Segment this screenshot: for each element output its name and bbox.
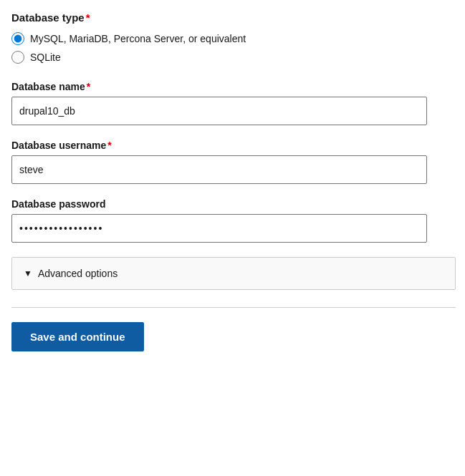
save-continue-button[interactable]: Save and continue: [11, 322, 144, 351]
radio-sqlite-label: SQLite: [30, 52, 61, 63]
advanced-options-label: Advanced options: [38, 268, 118, 279]
database-name-section: Database name*: [11, 81, 454, 125]
chevron-down-icon: ▼: [24, 268, 32, 278]
database-password-input[interactable]: [11, 214, 427, 243]
section-divider: [11, 307, 456, 308]
database-username-label: Database username*: [11, 140, 454, 151]
database-name-input[interactable]: [11, 97, 427, 125]
database-type-section: Database type* MySQL, MariaDB, Percona S…: [11, 11, 454, 64]
radio-item-sqlite[interactable]: SQLite: [11, 51, 454, 64]
radio-sqlite[interactable]: [11, 51, 24, 64]
database-username-section: Database username*: [11, 140, 454, 184]
database-type-radio-group: MySQL, MariaDB, Percona Server, or equiv…: [11, 32, 454, 64]
radio-mysql-label: MySQL, MariaDB, Percona Server, or equiv…: [30, 33, 246, 44]
radio-mysql[interactable]: [11, 32, 24, 45]
database-type-label: Database type*: [11, 11, 454, 24]
database-username-input[interactable]: [11, 155, 427, 184]
radio-item-mysql[interactable]: MySQL, MariaDB, Percona Server, or equiv…: [11, 32, 454, 45]
database-name-label: Database name*: [11, 81, 454, 92]
advanced-options-section[interactable]: ▼ Advanced options: [11, 257, 456, 290]
database-password-label: Database password: [11, 198, 454, 210]
database-password-section: Database password: [11, 198, 454, 243]
